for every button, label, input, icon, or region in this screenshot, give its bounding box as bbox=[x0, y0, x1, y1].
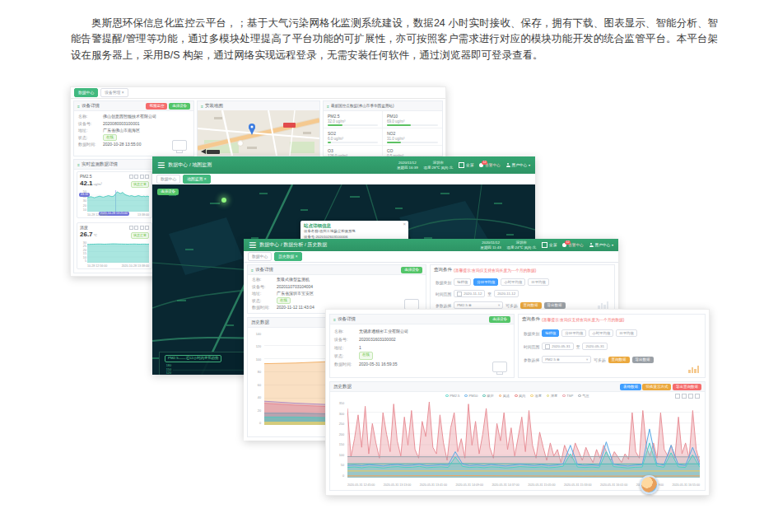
tab-data-center[interactable]: 数据中心 bbox=[74, 88, 98, 97]
panel-title: 历史数据 bbox=[251, 320, 269, 325]
data-time: 2020-11-12 11:43:04 bbox=[277, 304, 314, 311]
legend-item[interactable]: 噪声 bbox=[482, 394, 493, 398]
legend-dot bbox=[464, 394, 468, 398]
multi-select-note: 可多选 bbox=[594, 357, 605, 362]
y-axis: 350300250200150100500 bbox=[333, 402, 344, 478]
pm25-mini-chart[interactable]: 43.16 2020-10-28 13:21:00 bbox=[87, 190, 149, 212]
query-hint: (温馨提示:查询仅支持查询长度为一个月的数据) bbox=[542, 317, 624, 322]
legend-item[interactable]: 气压 bbox=[578, 394, 589, 398]
floating-avatar[interactable] bbox=[640, 475, 659, 494]
card-status-badge: 状态正常 bbox=[131, 181, 149, 188]
device-id: 2020031603100002 bbox=[359, 335, 396, 343]
tab-data-center[interactable]: 数据中心 bbox=[248, 252, 272, 261]
panel-title: 安装地图 bbox=[205, 103, 223, 109]
legend-item[interactable]: TSP bbox=[562, 394, 573, 398]
device-detail-panel: ≡设备详情 选择设备 名称:无锡承通精密工业有限公司 设备号:202003160… bbox=[329, 314, 515, 378]
metric-pm25: PM2.532.0 ug/m³ bbox=[324, 111, 383, 128]
date-start-input[interactable]: 2020-05-31 bbox=[542, 343, 573, 350]
option-sample[interactable]: 抽样值 bbox=[542, 329, 559, 337]
select-device-button[interactable]: 选择设备 bbox=[489, 316, 510, 323]
device-detail-panel: ≡设备详情 选择设备 名称:泵吸式微型监测机 设备号:2020110703104… bbox=[247, 264, 426, 314]
panel-title: 查询条件 bbox=[522, 316, 540, 322]
close-icon[interactable]: × bbox=[204, 177, 207, 181]
main-history-chart[interactable] bbox=[347, 402, 700, 478]
tab-data-center[interactable]: 数据中心 bbox=[156, 175, 180, 184]
video-monitor-button[interactable]: 视频监控 bbox=[146, 103, 167, 110]
close-icon[interactable]: × bbox=[403, 222, 406, 226]
user-center-button[interactable]: 用户中心▾ bbox=[506, 163, 530, 167]
legend-item[interactable]: PM2.5 bbox=[445, 394, 459, 398]
bell-icon: 12 bbox=[562, 243, 566, 247]
temp-mini-chart[interactable] bbox=[87, 241, 149, 263]
legend-dot bbox=[482, 394, 486, 398]
alarm-center-button[interactable]: 12告警中心 bbox=[562, 243, 583, 247]
export-button[interactable]: 导出数据 bbox=[632, 357, 654, 363]
parameter-select[interactable]: PM2.5 ⊗▾ bbox=[454, 301, 503, 309]
legend-dot bbox=[562, 394, 566, 398]
line-icon bbox=[129, 226, 133, 230]
legend-item[interactable]: 温度 bbox=[530, 394, 541, 398]
close-icon[interactable]: × bbox=[122, 91, 124, 95]
chart-tool-icons[interactable] bbox=[675, 394, 700, 399]
select-device-button[interactable]: 选择设备 bbox=[401, 267, 422, 273]
legend-dot bbox=[499, 394, 502, 398]
fullscreen-button[interactable]: 全屏 bbox=[542, 242, 557, 248]
screenshot-history-chart: ≡设备详情 选择设备 名称:无锡承通精密工业有限公司 设备号:202003160… bbox=[325, 309, 710, 496]
weather-widget: 深圳市温度:28℃ 风向:北 bbox=[424, 161, 453, 170]
date-start-input[interactable]: 2020-11-12 bbox=[454, 290, 485, 297]
station-marker[interactable] bbox=[221, 198, 226, 203]
tab-bar: 数据中心 设备管理 × bbox=[71, 87, 445, 99]
option-minute-avg[interactable]: 分钟平均值 bbox=[561, 329, 586, 337]
export-query-button[interactable]: 导出查询数据 bbox=[673, 384, 701, 390]
card-tool-icons[interactable] bbox=[129, 226, 150, 230]
metric-pm10: PM1069.0 ug/m³ bbox=[383, 111, 442, 128]
hamburger-icon[interactable]: ≡ bbox=[157, 158, 165, 173]
select-device-button[interactable]: 选择设备 bbox=[169, 103, 190, 110]
table-data-button[interactable]: 表格数据 bbox=[620, 384, 641, 390]
bars-icon bbox=[598, 301, 608, 309]
device-address: 广东省深圳市宝安区 bbox=[277, 290, 314, 297]
user-icon bbox=[506, 163, 510, 167]
intro-paragraph: 奥斯恩环保信息化监控云平台，；基于大气污染网格化监测系统建设，数据24 小时实时… bbox=[71, 16, 718, 64]
chart-legend[interactable]: PM2.5PM10噪声风速风向温度湿度TSP气压 bbox=[363, 394, 672, 398]
user-center-button[interactable]: 用户中心▾ bbox=[589, 243, 613, 247]
alarm-center-button[interactable]: 12告警中心 bbox=[479, 163, 500, 167]
label-time-range: 时间范围 bbox=[524, 344, 539, 349]
option-hour-avg[interactable]: 小时平均值 bbox=[589, 329, 613, 337]
legend-item[interactable]: 风向 bbox=[515, 394, 525, 398]
legend-item[interactable]: PM10 bbox=[464, 394, 478, 398]
calendar-icon bbox=[457, 292, 462, 296]
export-button[interactable]: 导出数据 bbox=[544, 302, 566, 309]
street-map[interactable] bbox=[198, 110, 319, 156]
hamburger-icon[interactable]: ≡ bbox=[249, 238, 256, 253]
legend-item[interactable]: 湿度 bbox=[547, 394, 557, 398]
option-hour-avg[interactable]: 小时平均值 bbox=[501, 278, 525, 286]
query-condition-panel: 查询条件 (温馨提示:查询仅支持查询长度为一个月的数据) 数据类别 抽样值 分钟… bbox=[518, 314, 706, 378]
query-button[interactable]: 查询数据 bbox=[520, 302, 542, 309]
panel-title: 历史数据 bbox=[333, 384, 352, 390]
tab-history-data[interactable]: 历史数据 × bbox=[274, 252, 301, 261]
card-tool-icons[interactable] bbox=[129, 175, 150, 179]
panel-icon: ≡ bbox=[77, 104, 80, 109]
chevron-down-icon: ▾ bbox=[586, 357, 588, 362]
select-device-button[interactable]: 选择设备 bbox=[157, 189, 179, 195]
close-icon[interactable]: × bbox=[296, 254, 298, 259]
realtime-card-temp: 温度 26.7℃ 状态正常 30252015105 10-28 12:56:00… bbox=[77, 222, 152, 269]
query-button[interactable]: 查询数据 bbox=[608, 357, 630, 363]
switch-display-button[interactable]: 切换显示方式 bbox=[642, 384, 671, 390]
label-data-type: 数据类别 bbox=[436, 280, 451, 285]
option-day-avg[interactable]: 日平均值 bbox=[528, 278, 549, 286]
date-end-input[interactable]: 2020-11-12 bbox=[494, 290, 519, 297]
device-id: 2020080003100001 bbox=[103, 120, 140, 128]
fullscreen-button[interactable]: 全屏 bbox=[459, 162, 473, 168]
legend-item[interactable]: 风速 bbox=[499, 394, 510, 398]
alarm-count-badge: 12 bbox=[565, 240, 571, 245]
option-day-avg[interactable]: 日平均值 bbox=[616, 329, 637, 337]
option-minute-avg[interactable]: 分钟平均值 bbox=[473, 278, 498, 286]
date-end-input[interactable]: 2020-05-31 bbox=[582, 343, 607, 350]
parameter-select[interactable]: PM2.5 ⊗▾ bbox=[542, 356, 591, 363]
refresh-icon bbox=[688, 394, 693, 399]
tab-device-manage[interactable]: 设备管理 × bbox=[100, 88, 128, 97]
option-sample[interactable]: 抽样值 bbox=[454, 278, 471, 286]
tab-map-monitor[interactable]: 地图监测 × bbox=[183, 175, 210, 184]
